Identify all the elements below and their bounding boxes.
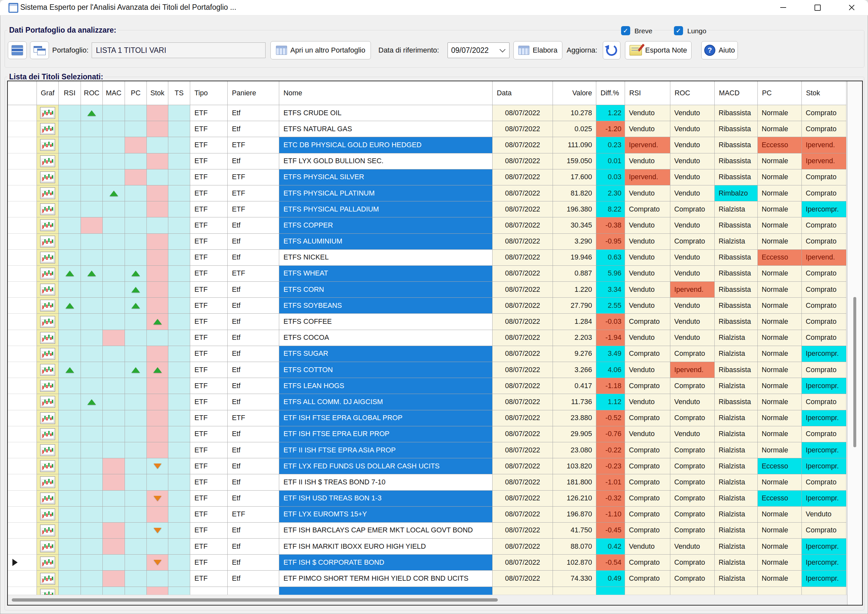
cell-rsi-mini[interactable] — [59, 105, 81, 121]
cell-pc[interactable]: Normale — [758, 474, 802, 490]
cell-rsi[interactable]: Venduto — [625, 539, 670, 555]
cell-pc[interactable]: Normale — [758, 442, 802, 458]
cascade-view-button[interactable] — [30, 42, 49, 59]
cell-ts-mini[interactable] — [168, 522, 190, 539]
cell-data[interactable]: 08/07/2022 — [493, 105, 553, 121]
cell-ts-mini[interactable] — [168, 474, 190, 490]
cell-pc[interactable]: Normale — [758, 426, 802, 442]
cell-nome[interactable]: ETFS COPPER — [279, 218, 493, 233]
cell-ts-mini[interactable] — [168, 137, 190, 153]
cell-rsi[interactable]: Venduto — [625, 105, 670, 121]
cell-rsi-mini[interactable] — [59, 442, 81, 458]
cell-diff[interactable]: -0.03 — [596, 314, 625, 330]
cell-rsi[interactable]: Comprato — [625, 522, 670, 539]
cell-roc[interactable]: Comprato — [670, 442, 715, 458]
cell-tipo[interactable]: ETF — [190, 218, 228, 233]
cell-ts-mini[interactable] — [168, 234, 190, 250]
row-header-cell[interactable] — [8, 250, 37, 266]
cell-roc[interactable]: Comprato — [670, 522, 715, 539]
cell-roc-mini[interactable] — [81, 346, 103, 362]
cell-data[interactable]: 08/07/2022 — [493, 474, 553, 490]
cell-stok[interactable]: Comprato — [802, 314, 846, 330]
chart-button[interactable] — [40, 107, 55, 119]
cell-stok-mini[interactable] — [147, 105, 168, 121]
table-row[interactable]: ETFEtfETF ISH MARKIT IBOXX EURO HIGH YIE… — [8, 539, 847, 555]
cell-pc-mini[interactable] — [125, 378, 147, 394]
cell-nome[interactable]: ETF LYX GOLD BULLION SEC. — [279, 154, 493, 169]
table-row[interactable]: ETFETFETFS WHEAT08/07/20220.8875.96Vendu… — [8, 266, 847, 282]
chart-button[interactable] — [40, 556, 55, 568]
cell-ts-mini[interactable] — [168, 362, 190, 378]
cell-nome[interactable]: ETF ISH FTSE EPRA GLOBAL PROP — [279, 410, 493, 426]
cell-pc[interactable]: Normale — [758, 282, 802, 298]
chart-button[interactable] — [40, 332, 55, 344]
cell-macd[interactable]: Ribassista — [715, 169, 758, 185]
cell-pc-mini[interactable] — [125, 185, 147, 201]
cell-mac-mini[interactable] — [103, 378, 125, 394]
cell-pc[interactable]: Normale — [758, 410, 802, 426]
cell-valore[interactable]: 23.880 — [553, 410, 596, 426]
cell-macd[interactable]: Rialzista — [715, 378, 758, 394]
cell-nome[interactable]: ETF PIMCO SHORT TERM HIGH YIELD COR BND … — [279, 570, 493, 587]
cell-data[interactable]: 08/07/2022 — [493, 442, 553, 458]
cell-nome[interactable]: ETF ISH USD TREAS BON 1-3 — [279, 491, 493, 507]
table-row[interactable]: ETFEtfETFS SOYBEANS08/07/202227.7902.55V… — [8, 298, 847, 314]
cell-pc[interactable]: Normale — [758, 555, 802, 570]
cell-roc[interactable]: Venduto — [670, 169, 715, 185]
cell-roc-mini[interactable] — [81, 266, 103, 282]
cell-nome[interactable]: ETFS NICKEL — [279, 250, 493, 266]
cell-roc[interactable]: Venduto — [670, 218, 715, 233]
cell-macd[interactable]: Ribassista — [715, 362, 758, 378]
close-button[interactable] — [844, 0, 860, 15]
cell-data[interactable]: 08/07/2022 — [493, 218, 553, 233]
cell-paniere[interactable]: Etf — [228, 555, 279, 570]
cell-diff[interactable]: 0.01 — [596, 154, 625, 169]
cell-paniere[interactable]: Etf — [228, 282, 279, 298]
cell-rsi-mini[interactable] — [59, 570, 81, 587]
chart-button[interactable] — [40, 460, 55, 472]
cell-stok-mini[interactable] — [147, 185, 168, 201]
chart-button[interactable] — [40, 219, 55, 231]
cell-roc[interactable]: Comprato — [670, 410, 715, 426]
cell-data[interactable]: 08/07/2022 — [493, 121, 553, 137]
cell-ts-mini[interactable] — [168, 218, 190, 233]
header-mac-mini[interactable]: MAC — [103, 81, 125, 105]
cell-roc-mini[interactable] — [81, 555, 103, 570]
cell-pc-mini[interactable] — [125, 491, 147, 507]
cell-tipo[interactable] — [190, 587, 228, 595]
cell-pc-mini[interactable] — [125, 154, 147, 169]
cell-stok[interactable] — [802, 587, 846, 595]
cell-mac-mini[interactable] — [103, 555, 125, 570]
cell-valore[interactable]: 2.203 — [553, 330, 596, 346]
cell-valore[interactable]: 3.266 — [553, 362, 596, 378]
cell-roc-mini[interactable] — [81, 330, 103, 346]
cell-nome[interactable]: ETFS CORN — [279, 282, 493, 298]
vertical-scrollbar-thumb[interactable] — [853, 297, 856, 447]
cell-roc[interactable]: Venduto — [670, 426, 715, 442]
row-header-cell[interactable] — [8, 442, 37, 458]
cell-macd[interactable]: Rialzista — [715, 539, 758, 555]
cell-roc-mini[interactable] — [81, 507, 103, 522]
cell-diff[interactable]: -0.45 — [596, 522, 625, 539]
cell-roc-mini[interactable] — [81, 570, 103, 587]
cell-data[interactable]: 08/07/2022 — [493, 201, 553, 218]
cell-paniere[interactable]: Etf — [228, 458, 279, 474]
cell-pc-mini[interactable] — [125, 458, 147, 474]
chart-button[interactable] — [40, 204, 55, 215]
cell-pc-mini[interactable] — [125, 137, 147, 153]
cell-roc[interactable]: Venduto — [670, 330, 715, 346]
cell-roc[interactable]: Venduto — [670, 394, 715, 410]
cell-macd[interactable]: Rialzista — [715, 522, 758, 539]
open-portfolio-button[interactable]: Apri un altro Portafoglio — [270, 41, 371, 59]
cell-ts-mini[interactable] — [168, 266, 190, 282]
cell-diff[interactable]: -1.94 — [596, 330, 625, 346]
cell-rsi[interactable]: Venduto — [625, 298, 670, 314]
cell-stok[interactable]: Comprato — [802, 185, 846, 201]
cell-stok-mini[interactable] — [147, 298, 168, 314]
cell-rsi-mini[interactable] — [59, 154, 81, 169]
refresh-button[interactable] — [603, 41, 620, 59]
cell-tipo[interactable]: ETF — [190, 442, 228, 458]
cell-ts-mini[interactable] — [168, 394, 190, 410]
cell-ts-mini[interactable] — [168, 154, 190, 169]
cell-pc[interactable]: Normale — [758, 154, 802, 169]
